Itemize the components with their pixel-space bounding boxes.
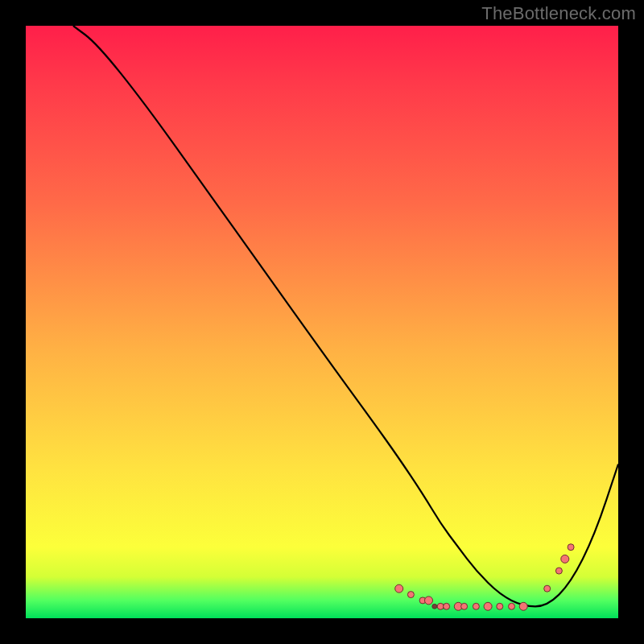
- watermark-text: TheBottleneck.com: [481, 3, 636, 24]
- pink-dot: [395, 584, 403, 592]
- pink-dot: [473, 603, 479, 609]
- pink-dot: [509, 603, 515, 609]
- chart-frame: TheBottleneck.com: [0, 0, 644, 644]
- bottleneck-curve: [73, 26, 618, 606]
- pink-dot: [561, 555, 569, 563]
- pink-dots-group: [395, 544, 574, 611]
- pink-dot: [437, 603, 444, 609]
- pink-dot: [555, 568, 562, 574]
- pink-dot: [568, 544, 574, 551]
- pink-dot: [484, 602, 492, 610]
- pink-dot: [461, 603, 468, 609]
- pink-dot: [425, 597, 433, 605]
- pink-dot: [497, 603, 503, 609]
- pink-dot: [407, 592, 414, 598]
- pink-dot: [519, 602, 527, 610]
- pink-dot: [444, 603, 450, 609]
- curve-svg: [26, 26, 618, 618]
- plot-area: [26, 26, 618, 618]
- black-dot: [432, 604, 437, 609]
- pink-dot: [544, 585, 551, 592]
